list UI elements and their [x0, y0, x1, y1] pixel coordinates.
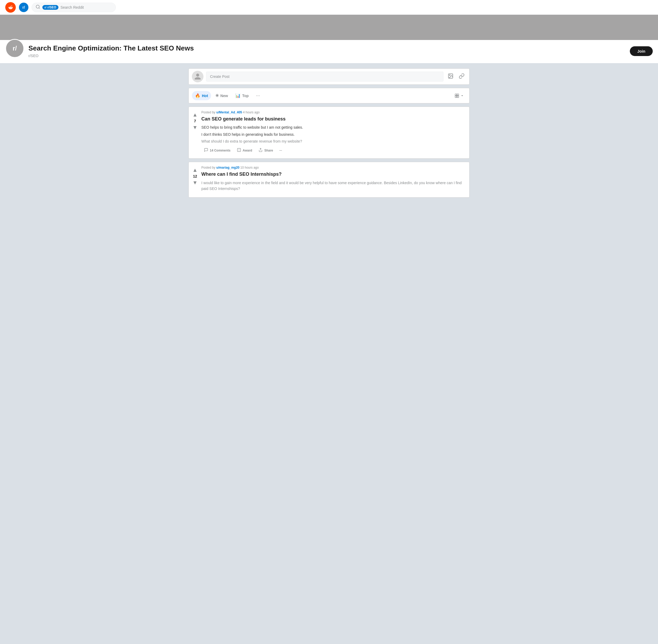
upvote-button[interactable]: ▲ — [192, 112, 198, 118]
view-options — [453, 92, 466, 100]
create-post-input[interactable]: Create Post — [206, 72, 443, 82]
image-icon — [448, 73, 454, 79]
award-symbol-icon — [237, 148, 241, 152]
sort-top-label: Top — [242, 94, 249, 98]
subreddit-name: r/SEO — [28, 54, 626, 58]
new-icon: ✳ — [215, 93, 219, 98]
post-vote-column: ▲ 7 ▼ — [189, 110, 201, 156]
r-logo-text: r/ — [22, 5, 25, 9]
post-card: ▲ 12 ▼ Posted by u/mariag_mg20 10 hours … — [189, 162, 469, 198]
post-card: ▲ 7 ▼ Posted by u/Mental_Ad_405 4 hours … — [189, 107, 469, 159]
search-pill-r-icon: r/ — [44, 6, 46, 9]
post-username[interactable]: u/Mental_Ad_405 — [216, 111, 242, 114]
post-body-line3: What should I do extra to generate reven… — [201, 138, 467, 144]
sort-new-button[interactable]: ✳ New — [212, 91, 231, 100]
chevron-down-icon — [460, 94, 464, 98]
person-icon — [194, 73, 201, 80]
post-vote-column: ▲ 12 ▼ — [189, 165, 201, 195]
share-label: Share — [264, 148, 273, 152]
subreddit-info: Search Engine Optimization: The Latest S… — [28, 44, 626, 58]
sort-new-label: New — [220, 94, 228, 98]
sort-hot-button[interactable]: 🔥 Hot — [192, 91, 211, 100]
search-bar[interactable]: r/ r/SEO Search Reddit — [31, 3, 116, 12]
link-icon — [459, 73, 464, 79]
svg-rect-5 — [455, 94, 457, 95]
downvote-button[interactable]: ▼ — [192, 124, 198, 131]
sort-hot-label: Hot — [202, 94, 208, 98]
header: r/ r/ r/SEO Search Reddit — [0, 0, 658, 15]
subreddit-title: Search Engine Optimization: The Latest S… — [28, 44, 626, 52]
post-content: Posted by u/Mental_Ad_405 4 hours ago Ca… — [201, 110, 467, 156]
post-body-line2: I don't thinks SEO helps in generating l… — [201, 132, 467, 137]
vote-count: 7 — [194, 119, 196, 123]
post-title[interactable]: Can SEO generate leads for business — [201, 116, 467, 122]
post-meta: Posted by u/Mental_Ad_405 4 hours ago — [201, 111, 467, 114]
reddit-logo[interactable] — [5, 2, 16, 13]
post-username[interactable]: u/mariag_mg20 — [216, 166, 240, 169]
svg-line-2 — [39, 8, 40, 8]
comments-icon — [204, 148, 208, 153]
award-label: Award — [243, 148, 252, 152]
subreddit-banner — [0, 15, 658, 40]
svg-rect-6 — [457, 94, 459, 95]
top-icon: 📊 — [235, 93, 241, 98]
search-pill-label: r/SEO — [47, 5, 56, 9]
svg-rect-8 — [457, 96, 459, 97]
post-meta: Posted by u/mariag_mg20 10 hours ago — [201, 166, 467, 169]
share-arrow-icon — [259, 148, 263, 152]
sort-bar: 🔥 Hot ✳ New 📊 Top ··· — [189, 88, 469, 104]
post-time: 4 hours ago — [243, 111, 260, 114]
downvote-button[interactable]: ▼ — [192, 179, 198, 186]
award-button[interactable]: Award — [234, 146, 255, 155]
vote-count: 12 — [193, 174, 197, 178]
subreddit-icon-text: r/ — [13, 45, 17, 52]
more-dots-icon: ··· — [280, 148, 282, 152]
create-post-link-button[interactable] — [457, 72, 466, 82]
share-icon — [259, 148, 263, 153]
upvote-button[interactable]: ▲ — [192, 167, 198, 173]
create-post-actions — [446, 72, 466, 82]
main-content: Create Post 🔥 Hot ✳ New — [184, 63, 474, 203]
svg-point-4 — [449, 75, 450, 75]
comments-count-label: 14 Comments — [210, 148, 231, 152]
join-button[interactable]: Join — [630, 46, 653, 56]
create-post-image-button[interactable] — [446, 72, 455, 82]
sort-top-button[interactable]: 📊 Top — [232, 91, 252, 100]
post-time: 10 hours ago — [240, 166, 259, 169]
reddit-alien-icon — [7, 4, 14, 10]
post-title[interactable]: Where can I find SEO Internshisps? — [201, 171, 467, 178]
search-placeholder-text: Search Reddit — [61, 5, 84, 9]
post-actions: 14 Comments Award — [201, 146, 467, 155]
r-logo[interactable]: r/ — [19, 3, 28, 12]
view-toggle-button[interactable] — [453, 92, 466, 100]
user-avatar — [192, 71, 203, 82]
post-content: Posted by u/mariag_mg20 10 hours ago Whe… — [201, 165, 467, 195]
hot-icon: 🔥 — [195, 93, 200, 98]
post-body-line1: I would like to gain more experience in … — [201, 180, 467, 192]
search-subreddit-pill[interactable]: r/ r/SEO — [42, 5, 59, 10]
subreddit-icon: r/ — [5, 39, 24, 58]
create-post-card: Create Post — [189, 68, 469, 85]
comment-bubble-icon — [204, 148, 208, 152]
svg-point-1 — [36, 5, 39, 8]
share-button[interactable]: Share — [256, 146, 276, 155]
sort-more-button[interactable]: ··· — [253, 91, 263, 100]
award-icon — [237, 148, 241, 153]
subreddit-header: r/ Search Engine Optimization: The Lates… — [0, 40, 658, 63]
view-layout-icon — [455, 93, 459, 98]
sort-options: 🔥 Hot ✳ New 📊 Top ··· — [192, 91, 263, 100]
comments-button[interactable]: 14 Comments — [201, 146, 233, 155]
search-icon — [36, 4, 40, 10]
svg-rect-7 — [455, 96, 457, 97]
more-options-button[interactable]: ··· — [277, 147, 285, 154]
post-body-line1: SEO helps to bring traffic to website bu… — [201, 124, 467, 130]
